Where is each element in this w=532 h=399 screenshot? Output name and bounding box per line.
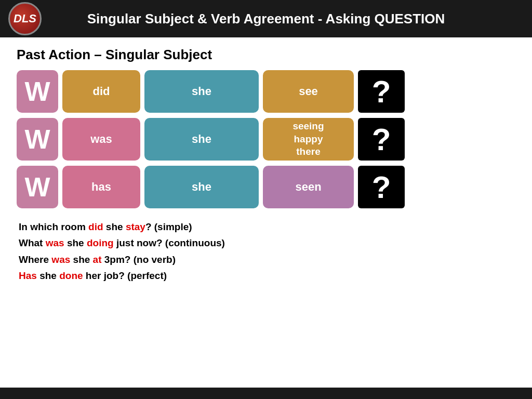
row3-subject: she [144,166,259,208]
row-2: W was she seeing happy there ? [17,118,515,161]
row2-qmark: ? [358,118,405,161]
sentence-1: In which room did she stay? (simple) [19,219,515,235]
rows-container: W did she see ? W was she seeing happy t… [17,70,515,208]
sentence-3-was: was [51,254,70,265]
header: DLS Singular Subject & Verb Agreement - … [0,0,532,37]
row1-w: W [17,70,58,113]
row3-qmark: ? [358,166,405,208]
bottom-bar [0,388,532,399]
sentence-3: Where was she at 3pm? (no verb) [19,251,515,268]
sentence-4-has: Has [19,270,37,281]
row2-word: seeing happy there [263,118,354,161]
row1-qmark: ? [358,70,405,113]
row1-word: see [263,70,354,113]
logo: DLS [8,2,42,35]
row-3: W has she seen ? [17,166,515,208]
section-title: Past Action – Singular Subject [17,47,515,63]
sentence-4-done: done [59,270,83,281]
sentences: In which room did she stay? (simple) Wha… [17,217,515,284]
row1-aux: did [62,70,140,113]
sentence-2-was: was [46,237,64,248]
row3-aux: has [62,166,140,208]
row1-subject: she [144,70,259,113]
sentence-2: What was she doing just now? (continuous… [19,235,515,251]
row3-word: seen [263,166,354,208]
header-title: Singular Subject & Verb Agreement - Aski… [50,11,482,27]
row2-aux: was [62,118,140,161]
row3-w: W [17,166,58,208]
row2-subject: she [144,118,259,161]
row2-w: W [17,118,58,161]
sentence-3-at: at [93,254,102,265]
sentence-4: Has she done her job? (perfect) [19,268,515,284]
sentence-2-doing: doing [87,237,114,248]
logo-text: DLS [14,12,36,25]
main-content: Past Action – Singular Subject W did she… [0,37,532,290]
sentence-1-did: did [88,221,103,232]
sentence-1-stay: stay [126,221,145,232]
row-1: W did she see ? [17,70,515,113]
